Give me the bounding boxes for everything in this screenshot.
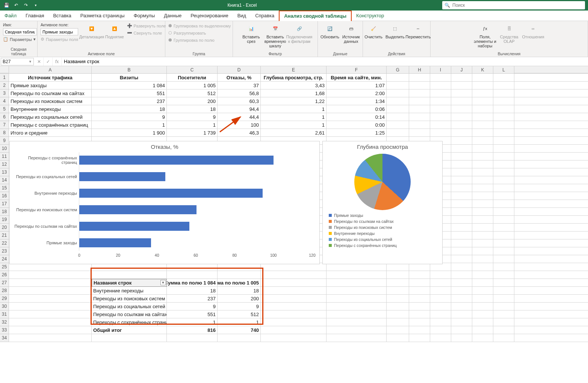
cell[interactable] <box>430 279 451 287</box>
cell[interactable] <box>493 318 514 326</box>
cell[interactable] <box>430 303 451 310</box>
cell[interactable] <box>472 137 493 145</box>
cell[interactable]: 200 <box>218 295 261 303</box>
cell[interactable]: 1:34 <box>326 97 387 105</box>
cell[interactable] <box>472 310 493 318</box>
cell[interactable]: 2:00 <box>326 89 387 97</box>
cell[interactable] <box>387 326 409 334</box>
pivot-filter-dropdown[interactable]: ▼ <box>160 280 166 285</box>
row-header[interactable]: 28 <box>0 287 9 295</box>
cell[interactable] <box>451 255 472 263</box>
col-header[interactable]: L <box>493 66 514 73</box>
cell[interactable] <box>472 89 493 97</box>
cell[interactable] <box>409 97 430 105</box>
cell[interactable] <box>493 168 514 176</box>
cell[interactable] <box>493 184 514 192</box>
cell[interactable]: Глубина просмотра, стр. <box>261 74 326 82</box>
cell[interactable] <box>493 287 514 295</box>
cell[interactable] <box>387 105 409 113</box>
cell[interactable]: 18 <box>167 287 218 295</box>
tab-help[interactable]: Справка <box>251 11 279 21</box>
cell[interactable]: 1 084 <box>92 82 167 89</box>
cell[interactable]: 512 <box>218 310 261 318</box>
row-header[interactable]: 25 <box>0 263 9 271</box>
fx-icon[interactable]: fx <box>53 58 62 66</box>
insert-slicer-button[interactable]: 📊Вставить срез <box>241 23 262 44</box>
cell[interactable] <box>409 271 430 279</box>
cell[interactable] <box>493 263 514 271</box>
enter-formula-icon[interactable]: ✓ <box>44 58 53 66</box>
cell[interactable]: 94,4 <box>218 105 261 113</box>
cell[interactable]: 740 <box>218 326 261 334</box>
cell[interactable] <box>326 295 387 303</box>
cell[interactable]: 1 <box>261 113 326 121</box>
cell[interactable] <box>493 137 514 145</box>
cell[interactable]: Общий итог <box>92 326 167 334</box>
cell[interactable] <box>451 263 472 271</box>
cell[interactable] <box>451 176 472 184</box>
cell[interactable]: 512 <box>167 89 218 97</box>
row-header[interactable]: 31 <box>0 310 9 318</box>
cell[interactable] <box>387 129 409 137</box>
chart-bar[interactable]: Отказы, % Переходы с сохранённых страниц… <box>9 141 320 264</box>
cell[interactable]: 1 739 <box>167 129 218 137</box>
cell[interactable]: Внутренние переходы <box>9 105 92 113</box>
cell[interactable] <box>387 82 409 89</box>
cell[interactable]: 18 <box>167 105 218 113</box>
cell[interactable] <box>472 200 493 208</box>
cell[interactable] <box>430 271 451 279</box>
col-header[interactable]: I <box>430 66 451 73</box>
cell[interactable] <box>409 295 430 303</box>
cell[interactable] <box>493 303 514 310</box>
row-header[interactable]: 24 <box>0 255 9 263</box>
name-box[interactable]: B27▼ <box>1 58 34 65</box>
cell[interactable] <box>451 129 472 137</box>
cell[interactable] <box>430 334 451 342</box>
cell[interactable] <box>261 318 326 326</box>
cell[interactable] <box>430 310 451 318</box>
cell[interactable] <box>493 89 514 97</box>
col-header[interactable]: G <box>387 66 409 73</box>
cell[interactable]: 1 <box>261 121 326 129</box>
cell[interactable]: 1:25 <box>326 129 387 137</box>
row-header[interactable]: 1 <box>0 74 9 82</box>
fields-items-sets-button[interactable]: ƒxПоля, элементы и наборы <box>475 23 496 49</box>
qat-customize-icon[interactable]: ▼ <box>32 1 40 9</box>
cell[interactable] <box>387 121 409 129</box>
clear-button[interactable]: 🧹Очистить <box>364 23 382 40</box>
cell[interactable]: 56,8 <box>218 89 261 97</box>
spreadsheet-grid[interactable]: A B C D E F G H I J K L 1Источник трафик… <box>0 66 588 342</box>
cell[interactable] <box>409 89 430 97</box>
cell[interactable]: Сумма по полю 1 084 <box>167 279 218 287</box>
chevron-down-icon[interactable]: ▼ <box>29 60 32 64</box>
cell[interactable] <box>387 279 409 287</box>
cell[interactable] <box>261 326 326 334</box>
cell[interactable] <box>493 192 514 200</box>
cell[interactable] <box>451 247 472 255</box>
cell[interactable] <box>409 74 430 82</box>
cell[interactable]: 1 005 <box>167 82 218 89</box>
cell[interactable]: 1,22 <box>261 97 326 105</box>
cell[interactable] <box>9 263 92 271</box>
cell[interactable] <box>409 287 430 295</box>
cell[interactable] <box>409 334 430 342</box>
cell[interactable]: Переходы из социальных сетей <box>92 303 167 310</box>
field-settings-button[interactable]: ⚙ Параметры поля <box>41 36 78 42</box>
cell[interactable] <box>472 82 493 89</box>
cell[interactable] <box>493 200 514 208</box>
cell[interactable] <box>409 129 430 137</box>
cell[interactable] <box>493 232 514 239</box>
cell[interactable] <box>451 310 472 318</box>
tab-formulas[interactable]: Формулы <box>129 11 160 21</box>
tab-view[interactable]: Вид <box>233 11 251 21</box>
cell[interactable] <box>451 295 472 303</box>
cell[interactable] <box>493 247 514 255</box>
cell[interactable] <box>451 184 472 192</box>
row-header[interactable]: 33 <box>0 326 9 334</box>
cell[interactable]: 1 900 <box>92 129 167 137</box>
tab-home[interactable]: Главная <box>21 11 48 21</box>
filter-connections-button[interactable]: 🔗Подключения к фильтрам <box>289 23 310 44</box>
cell[interactable] <box>326 287 387 295</box>
group-selection-button[interactable]: ⬢ Группировка по выделенному <box>168 23 231 29</box>
col-header[interactable]: B <box>92 66 167 73</box>
